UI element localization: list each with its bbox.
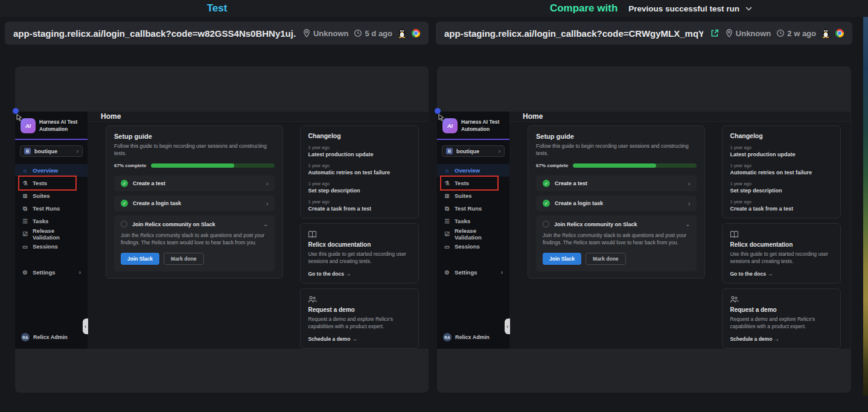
sidebar-collapse-handle[interactable]: ‹ [83,319,88,334]
demo-card-title: Request a demo [308,306,411,313]
project-selector[interactable]: B boutique › [442,145,505,157]
chevron-right-icon: › [77,148,78,154]
sidebar-item-label: Overview [455,167,480,174]
changelog-entry: 1 year agoLatest production update [730,145,833,157]
sidebar-item-overview[interactable]: ⌂Overview [15,164,88,177]
changelog-time: 1 year ago [308,163,411,168]
changelog-entry-title: Latest production update [308,151,411,157]
sidebar-item-label: Tests [455,180,469,186]
sidebar-item-settings[interactable]: ⚙ Settings › [437,266,509,279]
settings-icon: ⚙ [444,269,450,276]
baseline-url-bar: app-staging.relicx.ai/login_callback?cod… [5,22,429,45]
sidebar-item-tasks[interactable]: ☰Tasks [15,215,88,227]
location-info: Unknown [302,29,349,38]
sidebar-item-test-runs[interactable]: ⧉Test Runs [437,202,509,215]
schedule-demo-link[interactable]: Schedule a demo → [730,336,833,342]
baseline-url: app-staging.relicx.ai/login_callback?cod… [13,28,296,39]
compare-screenshot-panel[interactable]: AI Harness AI Test Automation B boutique… [437,66,851,393]
changelog-entry-title: Create a task from a test [730,206,833,212]
schedule-demo-link[interactable]: Schedule a demo → [308,336,411,342]
avatar: RA [21,333,30,341]
sidebar-item-tasks[interactable]: ☰Tasks [437,215,509,227]
docs-card: Relicx documentation Use this guide to g… [722,223,841,284]
compare-run-dropdown[interactable]: Previous successful test run [628,4,752,13]
sidebar-item-settings[interactable]: ⚙ Settings › [15,266,88,279]
task-label: Join Relicx community on Slack [554,221,637,227]
compare-with-label: Compare with [550,2,617,14]
sidebar-item-suites[interactable]: ⊞Suites [437,189,509,202]
sidebar-item-label: Test Runs [455,205,482,212]
user-name: Relicx Admin [455,334,490,340]
chevron-right-icon: › [501,269,503,276]
mark-done-button[interactable]: Mark done [586,253,626,265]
join-slack-button[interactable]: Join Slack [121,253,159,265]
task-label: Create a test [555,180,587,186]
brand: AI Harness AI Test Automation [15,112,88,133]
sidebar-item-label: Overview [33,167,58,174]
setup-task[interactable]: ✓Create a test› [114,176,275,191]
right-column: Changelog 1 year agoLatest production up… [722,125,841,349]
task-description: Join the Relicx community slack to ask q… [121,232,268,247]
sidebar-item-sessions[interactable]: ▭Sessions [437,240,509,253]
sidebar-item-label: Tests [33,180,47,186]
setup-task-header[interactable]: Join Relicx community on Slack⌄ [543,221,690,227]
changelog-entry: 1 year agoSet step description [308,181,411,194]
docs-card-title: Relicx documentation [308,241,411,248]
go-to-docs-link[interactable]: Go to the docs → [730,271,833,277]
age-label: 5 d ago [365,29,392,38]
release-validation-icon: ☑ [22,230,28,237]
sidebar-item-tests[interactable]: ⚗Tests [15,177,88,189]
mark-done-button[interactable]: Mark done [164,253,204,265]
setup-task[interactable]: ✓Create a login task› [536,195,697,211]
baseline-screenshot-panel[interactable]: AI Harness AI Test Automation B boutique… [15,66,429,393]
sidebar-item-test-runs[interactable]: ⧉Test Runs [15,202,88,215]
cursor-icon [438,114,445,121]
changelog-time: 1 year ago [308,199,411,204]
test-title: Test [207,2,228,14]
age-info: 2 w ago [776,29,816,38]
age-info: 5 d ago [354,29,392,38]
user-menu[interactable]: RA Relicx Admin [443,333,490,341]
sidebar-item-overview[interactable]: ⌂Overview [437,164,509,177]
settings-icon: ⚙ [22,269,28,276]
compare-meta: Unknown 2 w ago [725,28,844,38]
external-link-icon[interactable] [710,29,719,37]
sidebar-item-tests[interactable]: ⚗Tests [437,177,509,189]
sidebar-item-release-validation[interactable]: ☑Release Validation [437,227,509,240]
sidebar-collapse-handle[interactable]: ‹ [505,319,510,334]
check-circle-icon: ✓ [543,180,550,187]
right-column: Changelog 1 year agoLatest production up… [300,125,419,349]
home-content: Setup guide Follow this guide to begin r… [509,122,850,349]
sidebar-item-sessions[interactable]: ▭Sessions [15,240,88,253]
setup-task[interactable]: ✓Create a test› [536,176,697,191]
changelog-title: Changelog [308,132,411,139]
clock-icon [776,29,785,37]
sidebar-item-suites[interactable]: ⊞Suites [15,189,88,202]
app-main: Home Setup guide Follow this guide to be… [88,112,429,349]
setup-task[interactable]: ✓Create a login task› [114,195,275,211]
join-slack-button[interactable]: Join Slack [543,253,581,265]
sessions-icon: ▭ [444,243,450,250]
sidebar-item-label: Suites [33,192,50,199]
linux-icon [398,28,406,38]
setup-task-header[interactable]: Join Relicx community on Slack⌄ [121,221,268,227]
cursor-icon [16,114,23,121]
pointer-dot [13,108,19,114]
progress-fill [573,163,656,168]
demo-card: Request a demo Request a demo and explor… [300,288,419,349]
changelog-entry: 1 year agoAutomatic retries on test fail… [730,163,833,176]
changelog-entries: 1 year agoLatest production update1 year… [730,145,833,212]
changelog-entry: 1 year agoCreate a task from a test [308,199,411,212]
project-selector[interactable]: B boutique › [20,145,83,157]
check-circle-icon: ✓ [543,200,550,207]
compare-header: Compare with Previous successful test ru… [434,0,868,17]
go-to-docs-link[interactable]: Go to the docs → [308,271,411,277]
changelog-time: 1 year ago [730,163,833,168]
sessions-icon: ▭ [22,243,28,250]
chrome-icon [835,29,844,37]
user-menu[interactable]: RA Relicx Admin [21,333,68,341]
book-icon [730,230,833,238]
sidebar-item-release-validation[interactable]: ☑Release Validation [15,227,88,240]
app-header: Home [88,112,429,122]
wallpaper-edge [863,17,868,396]
